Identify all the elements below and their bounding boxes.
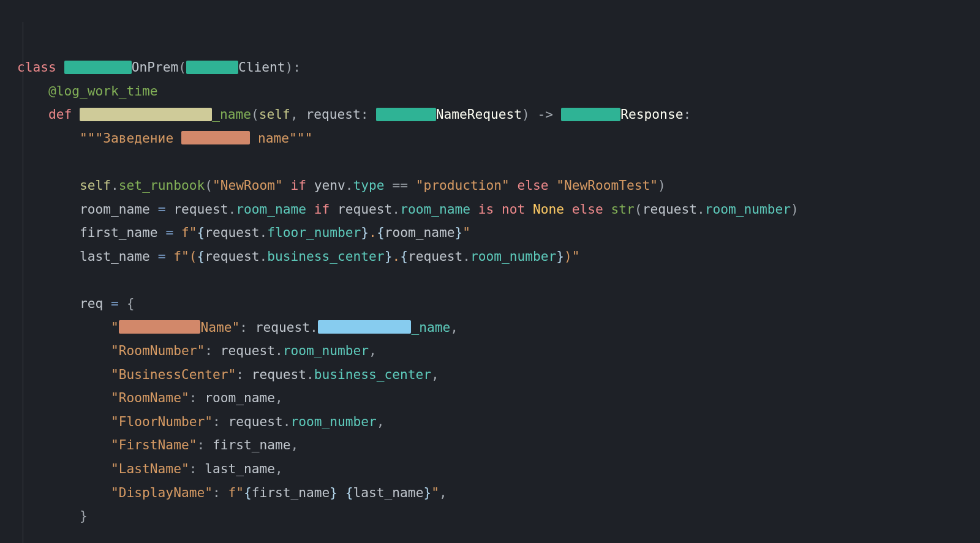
fstring-brace: { [197, 225, 205, 240]
code-line: def _name(self, request: NameRequest) ->… [17, 107, 691, 122]
type-namerequest: NameRequest [436, 107, 522, 122]
code-line: req = { [17, 296, 134, 311]
colon: : [683, 107, 691, 122]
keyword-else: else [564, 201, 611, 217]
colon: : [361, 107, 377, 122]
keyword-not: not [502, 201, 533, 217]
keyword-if: if [283, 178, 314, 193]
dict-key-firstname: "FirstName" [111, 437, 197, 452]
docstring-part1: """Заведение [80, 130, 181, 146]
redaction-box [181, 131, 250, 144]
blank-line [17, 154, 25, 169]
dict-key-displayname: "DisplayName" [111, 485, 213, 500]
code-line: "FirstName": first_name, [17, 437, 298, 452]
redaction-box [80, 108, 212, 121]
var-firstname: first_name [80, 225, 158, 240]
f-prefix: f [181, 225, 189, 240]
code-line: "RoomNumber": request.room_number, [17, 343, 377, 358]
close-colon: ): [285, 59, 301, 75]
keyword-is: is [470, 201, 502, 217]
keyword-def: def [48, 107, 80, 122]
code-line: "RoomName": room_name, [17, 390, 283, 405]
code-line: last_name = f"({request.business_center}… [17, 249, 580, 264]
redaction-box [318, 320, 412, 334]
method-name-suffix: _name [212, 107, 251, 122]
dict-key-floornumber: "FloorNumber" [111, 414, 213, 429]
blank-line [17, 272, 25, 287]
paren-open: ( [251, 107, 259, 122]
docstring-part2: name""" [250, 130, 312, 146]
code-line: class OnPrem(Client): [17, 59, 301, 75]
keyword-if: if [306, 201, 337, 217]
code-line: } [17, 508, 88, 523]
code-line: "FloorNumber": request.room_number, [17, 414, 385, 429]
brace-close: } [80, 508, 88, 523]
indent-guide [23, 22, 23, 543]
literal-none: None [533, 201, 564, 217]
op-assign: = [150, 201, 173, 217]
attr-floornumber: floor_number [267, 225, 361, 240]
redaction-box [119, 320, 201, 334]
redaction-box [561, 108, 621, 121]
code-line: "LastName": last_name, [17, 461, 283, 476]
base-class-suffix: Client [238, 59, 285, 75]
method-set-runbook: set_runbook [119, 178, 205, 193]
type-response: Response [620, 107, 683, 122]
self: self [80, 178, 111, 193]
var-lastname: last_name [80, 249, 150, 264]
decorator: @log_work_time [48, 83, 158, 99]
keyword-else: else [510, 178, 557, 193]
code-line: @log_work_time [17, 83, 158, 99]
code-line: "DisplayName": f"{first_name} {last_name… [17, 485, 447, 500]
dict-key-roomnumber: "RoomNumber" [111, 343, 205, 358]
attr-type: type [353, 178, 385, 193]
paren-open: ( [178, 59, 186, 75]
brace-open: { [127, 296, 135, 311]
attr-name-suffix: _name [411, 320, 450, 335]
code-line: """Заведение name""" [17, 130, 312, 146]
attr-roomname: room_name [236, 201, 306, 217]
op-eq: == [385, 178, 416, 193]
code-line: self.set_runbook("NewRoom" if yenv.type … [17, 178, 666, 193]
dict-key-roomname: "RoomName" [111, 390, 189, 405]
dict-key-quote: " [111, 320, 119, 335]
ident-yenv: yenv [314, 178, 345, 193]
builtin-str: str [611, 201, 635, 217]
code-line: room_name = request.room_name if request… [17, 201, 799, 217]
redaction-box [186, 61, 238, 74]
var-roomname: room_name [80, 201, 150, 217]
arrow: ) -> [522, 107, 561, 122]
code-line: first_name = f"{request.floor_number}.{r… [17, 225, 470, 240]
param-request: request [306, 107, 360, 122]
code-line: "BusinessCenter": request.business_cente… [17, 367, 439, 382]
string-production: "production" [416, 178, 510, 193]
self: self [259, 107, 290, 122]
redaction-box [64, 61, 132, 74]
attr-roomnumber: room_number [705, 201, 791, 217]
comma: , [290, 107, 306, 122]
string-newroom: "NewRoom" [213, 178, 283, 193]
string-newroomtest: "NewRoomTest" [556, 178, 658, 193]
class-name-suffix: OnPrem [132, 59, 179, 75]
dict-key-lastname: "LastName" [111, 461, 189, 476]
code-line: "Name": request._name, [17, 320, 458, 335]
code-editor[interactable]: class OnPrem(Client): @log_work_time def… [0, 0, 980, 543]
attr-businesscenter: business_center [267, 249, 384, 264]
var-req: req [80, 296, 103, 311]
dict-key-businesscenter: "BusinessCenter" [111, 367, 236, 382]
redaction-box [376, 108, 436, 121]
blank-line [17, 532, 25, 543]
dict-key-name-suffix: Name" [200, 320, 239, 335]
